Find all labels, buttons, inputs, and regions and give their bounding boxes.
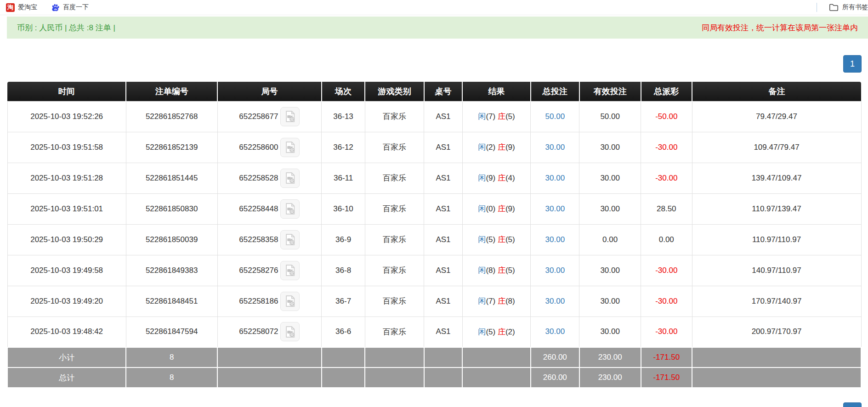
video-replay-button[interactable]	[280, 169, 300, 188]
cell-bet-id: 522861849383	[126, 255, 217, 286]
subtotal-row-cell-9: -171.50	[641, 347, 692, 367]
cell-session: 36-9	[322, 224, 365, 255]
table-body: 2025-10-03 19:52:26522861852768652258677…	[7, 101, 861, 388]
total-row-cell-1: 8	[126, 367, 217, 388]
game-no-text: 652258276	[239, 266, 278, 275]
cell-result: 闲(0) 庄(9)	[462, 193, 531, 224]
total-row: 总计8260.00230.00-171.50	[7, 367, 861, 388]
page-button-1-bottom[interactable]: 1	[843, 402, 862, 407]
cell-session: 36-8	[322, 255, 365, 286]
bookmark-item-baidu[interactable]: du 百度一下	[51, 3, 89, 12]
cell-result: 闲(5) 庄(5)	[462, 224, 531, 255]
cell-remark: 140.97/110.97	[692, 255, 861, 286]
cell-result: 闲(7) 庄(8)	[462, 286, 531, 317]
cell-result: 闲(9) 庄(4)	[462, 163, 531, 193]
bookmarks-bar-right: 所有书签	[817, 3, 868, 12]
all-bookmarks-label[interactable]: 所有书签	[842, 3, 868, 11]
video-replay-button[interactable]	[280, 199, 300, 219]
header-cell-9: 总派彩	[641, 82, 692, 101]
cell-time: 2025-10-03 19:50:29	[7, 224, 126, 255]
video-replay-button[interactable]	[280, 261, 300, 280]
cell-game-type: 百家乐	[365, 132, 424, 163]
cell-payout: 0.00	[641, 224, 692, 255]
result-player-label: 闲	[478, 297, 486, 305]
result-banker-label: 庄	[498, 174, 505, 182]
cell-time: 2025-10-03 19:49:58	[7, 255, 126, 286]
cell-remark: 110.97/139.47	[692, 193, 861, 224]
notice-right-text: 同局有效投注，统一计算在该局第一张注单内	[702, 23, 858, 33]
result-player-label: 闲	[478, 143, 486, 152]
cell-game-no: 652258276	[217, 255, 322, 286]
header-cell-0: 时间	[7, 82, 126, 101]
result-banker-score: (5)	[505, 112, 515, 121]
cell-time: 2025-10-03 19:52:26	[7, 101, 126, 132]
table-row-7: 2025-10-03 19:48:42522861847594652258072…	[7, 317, 861, 347]
cell-valid-bet: 0.00	[579, 224, 641, 255]
video-replay-button[interactable]	[280, 138, 300, 157]
cell-session: 36-13	[322, 101, 365, 132]
result-player-score: (5)	[486, 235, 498, 244]
video-replay-button[interactable]	[280, 107, 300, 126]
cell-bet-id: 522861852768	[126, 101, 217, 132]
game-no-wrap: 652258528	[239, 169, 300, 188]
cell-bet-id: 522861847594	[126, 317, 217, 347]
result-banker-score: (9)	[505, 204, 515, 213]
cell-bet-id: 522861848451	[126, 286, 217, 317]
subtotal-row-cell-0: 小计	[7, 347, 126, 367]
result-banker-score: (9)	[505, 143, 515, 152]
cell-payout: -30.00	[641, 255, 692, 286]
result-banker-label: 庄	[498, 297, 505, 305]
cell-game-no: 652258358	[217, 224, 322, 255]
bookmark-item-taobao[interactable]: 淘 爱淘宝	[6, 3, 37, 12]
video-replay-button[interactable]	[280, 230, 300, 249]
game-no-wrap: 652258600	[239, 138, 300, 157]
cell-bet-id: 522861850830	[126, 193, 217, 224]
cell-game-no: 652258528	[217, 163, 322, 193]
cell-time: 2025-10-03 19:48:42	[7, 317, 126, 347]
result-banker-score: (5)	[505, 235, 515, 244]
table-row-5: 2025-10-03 19:49:58522861849383652258276…	[7, 255, 861, 286]
result-banker-score: (2)	[505, 328, 515, 336]
cell-valid-bet: 30.00	[579, 193, 641, 224]
subtotal-row-cell-8: 230.00	[579, 347, 641, 367]
cell-session: 36-6	[322, 317, 365, 347]
cell-game-type: 百家乐	[365, 286, 424, 317]
game-no-wrap: 652258448	[239, 199, 300, 219]
cell-time: 2025-10-03 19:51:58	[7, 132, 126, 163]
cell-total-bet: 50.00	[531, 101, 579, 132]
cell-bet-id: 522861850039	[126, 224, 217, 255]
subtotal-row-cell-3	[322, 347, 365, 367]
result-banker-label: 庄	[498, 235, 505, 244]
cell-total-bet: 30.00	[531, 193, 579, 224]
game-no-wrap: 652258677	[239, 107, 300, 126]
cell-table-no: AS1	[424, 163, 463, 193]
video-replay-button[interactable]	[280, 292, 300, 311]
game-no-wrap: 652258358	[239, 230, 300, 249]
currency-summary-text: 币别 : 人民币 | 总共 :8 注单 |	[17, 23, 115, 33]
cell-game-type: 百家乐	[365, 163, 424, 193]
cell-valid-bet: 30.00	[579, 317, 641, 347]
cell-game-type: 百家乐	[365, 224, 424, 255]
page-button-1[interactable]: 1	[843, 55, 862, 73]
game-no-text: 652258448	[239, 204, 278, 214]
subtotal-row-cell-10	[692, 347, 861, 367]
total-row-cell-4	[365, 367, 424, 388]
bets-table: 时间注单编号局号场次游戏类别桌号结果总投注有效投注总派彩备注 2025-10-0…	[7, 82, 862, 388]
cell-table-no: AS1	[424, 132, 463, 163]
cell-game-no: 652258600	[217, 132, 322, 163]
cell-valid-bet: 50.00	[579, 101, 641, 132]
header-cell-7: 总投注	[531, 82, 579, 101]
table-row-3: 2025-10-03 19:51:01522861850830652258448…	[7, 193, 861, 224]
header-cell-2: 局号	[217, 82, 322, 101]
result-banker-score: (8)	[505, 297, 515, 305]
table-header-row: 时间注单编号局号场次游戏类别桌号结果总投注有效投注总派彩备注	[7, 82, 861, 101]
video-replay-button[interactable]	[280, 322, 300, 341]
game-no-text: 652258528	[239, 174, 278, 183]
baidu-paw-icon: du	[51, 3, 60, 12]
subtotal-row-cell-2	[217, 347, 322, 367]
game-no-text: 652258600	[239, 143, 278, 152]
cell-game-no: 652258072	[217, 317, 322, 347]
total-row-cell-6	[462, 367, 531, 388]
cell-payout: -30.00	[641, 163, 692, 193]
subtotal-row-cell-1: 8	[126, 347, 217, 367]
